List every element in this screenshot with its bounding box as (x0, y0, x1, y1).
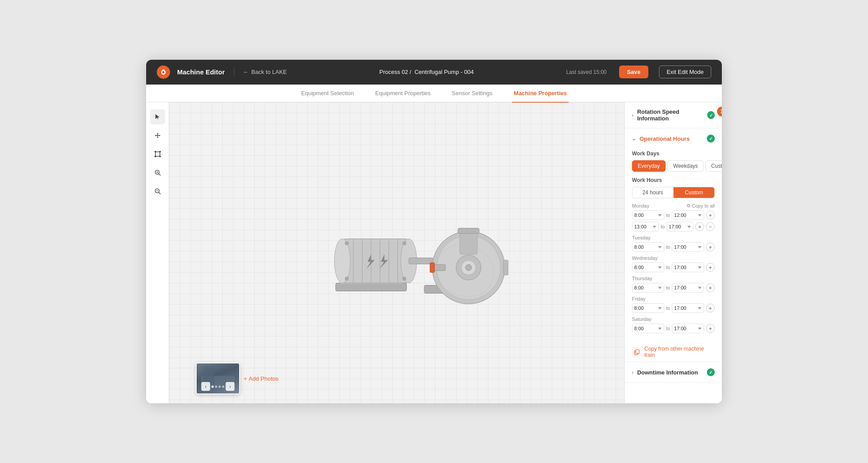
svg-rect-43 (636, 350, 639, 353)
operational-hours-header[interactable]: ⌄ Operational Hours ✓ (625, 128, 722, 149)
photo-navigation: ‹ › (202, 382, 235, 391)
photo-dot-3 (219, 386, 221, 388)
tuesday-label: Tuesday (632, 235, 715, 240)
photo-prev-button[interactable]: ‹ (202, 382, 210, 391)
friday-block: Friday 8:00 to 17:00 + (632, 296, 715, 313)
work-days-custom-button[interactable]: Custom (705, 160, 722, 172)
friday-add-button[interactable]: + (706, 304, 715, 313)
save-button[interactable]: Save (619, 66, 648, 78)
copy-to-all-button[interactable]: ⧉ Copy to all (687, 203, 715, 208)
tab-equipment-selection[interactable]: Equipment Selection (299, 85, 356, 103)
zoom-in-button[interactable] (150, 165, 165, 180)
copy-machine-icon (632, 347, 642, 357)
thursday-block: Thursday 8:00 to 17:00 + (632, 276, 715, 293)
work-hours-custom-button[interactable]: Custom (674, 187, 714, 198)
svg-rect-4 (159, 156, 161, 157)
wednesday-from-select[interactable]: 8:00 (632, 262, 664, 272)
back-arrow-icon: ← (243, 69, 249, 75)
rotation-speed-section: › Rotation Speed Information ✓ (625, 102, 722, 128)
thursday-add-button[interactable]: + (706, 283, 715, 292)
tab-equipment-properties[interactable]: Equipment Properties (373, 85, 432, 103)
svg-point-37 (465, 265, 472, 271)
svg-rect-2 (159, 151, 161, 152)
svg-rect-14 (342, 239, 409, 283)
svg-rect-27 (409, 258, 433, 264)
monday-to-2-select[interactable]: 17:0018:00 (666, 222, 694, 232)
friday-to-select[interactable]: 17:00 (672, 303, 704, 313)
app-title: Machine Editor (177, 68, 225, 76)
header-separator (234, 68, 234, 77)
add-photos-button[interactable]: + Add Photos (244, 375, 279, 382)
tab-machine-properties[interactable]: Machine Properties (512, 85, 569, 103)
monday-remove-range-button[interactable]: − (706, 222, 715, 231)
add-photos-label: Add Photos (249, 375, 279, 382)
add-photos-icon: + (244, 375, 247, 382)
rotation-speed-complete-icon: ✓ (707, 111, 715, 119)
machine-illustration (322, 186, 508, 320)
photo-thumbnail[interactable]: ‹ › (196, 363, 240, 394)
monday-block: Monday ⧉ Copy to all 8:009:0010:00 to (632, 203, 715, 232)
work-hours-24-button[interactable]: 24 hours (632, 187, 674, 198)
exit-edit-mode-button[interactable]: Exit Edit Mode (659, 66, 711, 78)
downtime-chevron-icon: › (632, 370, 634, 375)
select-tool-button[interactable] (150, 109, 165, 124)
right-panel: 3 › Rotation Speed Information ✓ ⌄ Opera… (624, 102, 722, 403)
operational-hours-chevron-icon: ⌄ (632, 136, 636, 142)
saturday-block: Saturday 8:00 to 17:00 + (632, 316, 715, 333)
tab-sensor-settings[interactable]: Sensor Settings (450, 85, 494, 103)
copy-machine-train-row[interactable]: Copy from other machine train (625, 342, 722, 362)
copy-icon: ⧉ (687, 203, 690, 208)
left-toolbar (146, 102, 169, 403)
photo-dot-1 (212, 386, 214, 388)
zoom-out-button[interactable] (150, 184, 165, 199)
tabs-bar: Equipment Selection Equipment Properties… (146, 85, 722, 103)
back-button[interactable]: ← Back to LAKE (243, 69, 287, 75)
work-days-label: Work Days (632, 150, 715, 157)
rotation-speed-chevron-icon: › (632, 112, 634, 118)
monday-add-range-button[interactable]: + (706, 211, 715, 220)
canvas-area[interactable]: ‹ › + Add Photos (169, 102, 624, 403)
wednesday-label: Wednesday (632, 255, 715, 261)
monday-range-2: 13:008:0014:00 to 17:0018:00 + − (632, 222, 715, 232)
work-days-weekdays-button[interactable]: Weekdays (667, 160, 704, 172)
breadcrumb: Process 02 / Centrifugal Pump - 004 (294, 69, 559, 75)
wednesday-add-button[interactable]: + (706, 263, 715, 272)
work-days-everyday-button[interactable]: Everyday (632, 160, 666, 172)
photo-strip: ‹ › + Add Photos (196, 363, 279, 394)
monday-from-1-select[interactable]: 8:009:0010:00 (632, 210, 664, 220)
tuesday-to-select[interactable]: 17:00 (672, 242, 704, 252)
thursday-from-select[interactable]: 8:00 (632, 283, 664, 293)
friday-label: Friday (632, 296, 715, 301)
svg-rect-34 (458, 228, 479, 234)
header: Machine Editor ← Back to LAKE Process 02… (146, 60, 722, 85)
monday-to-1-select[interactable]: 12:0013:0017:00 (672, 210, 704, 220)
thursday-to-select[interactable]: 17:00 (672, 283, 704, 293)
svg-line-8 (159, 174, 160, 176)
monday-add-range-2-button[interactable]: + (695, 222, 704, 231)
saturday-from-select[interactable]: 8:00 (632, 324, 664, 333)
operational-hours-content: Work Days Everyday Weekdays Custom Work … (625, 150, 722, 342)
work-hours-label: Work Hours (632, 177, 715, 183)
friday-range-1: 8:00 to 17:00 + (632, 303, 715, 313)
thursday-range-1: 8:00 to 17:00 + (632, 283, 715, 293)
svg-point-24 (345, 277, 349, 281)
saturday-to-select[interactable]: 17:00 (672, 324, 704, 333)
tuesday-from-select[interactable]: 8:00 (632, 242, 664, 252)
frame-tool-button[interactable] (150, 147, 165, 162)
svg-point-23 (345, 242, 349, 245)
friday-from-select[interactable]: 8:00 (632, 303, 664, 313)
tuesday-add-button[interactable]: + (706, 243, 715, 251)
monday-range-1: 8:009:0010:00 to 12:0013:0017:00 + (632, 210, 715, 220)
rotation-speed-header[interactable]: › Rotation Speed Information ✓ (625, 102, 722, 128)
photo-dot-2 (215, 386, 217, 388)
saturday-add-button[interactable]: + (706, 324, 715, 333)
downtime-header[interactable]: › Downtime Information ✓ (625, 362, 722, 382)
work-hours-toggle-group: 24 hours Custom (632, 187, 715, 198)
svg-line-11 (159, 193, 160, 194)
move-tool-button[interactable] (150, 128, 165, 143)
svg-rect-1 (155, 151, 156, 152)
monday-from-2-select[interactable]: 13:008:0014:00 (632, 222, 659, 232)
photo-next-button[interactable]: › (226, 382, 235, 391)
wednesday-to-select[interactable]: 17:00 (672, 262, 704, 272)
app-window: Machine Editor ← Back to LAKE Process 02… (146, 60, 722, 404)
